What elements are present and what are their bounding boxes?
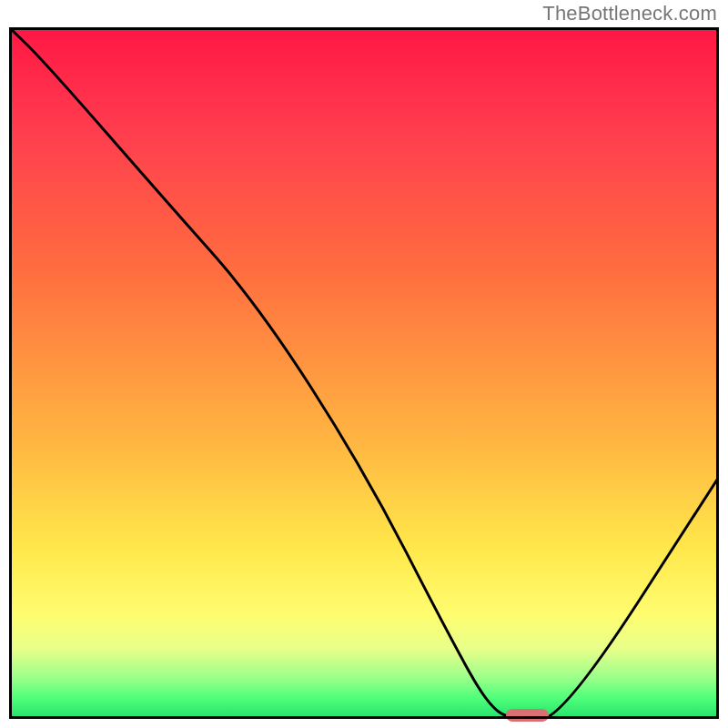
watermark-text: TheBottleneck.com	[542, 2, 717, 25]
curve-path	[9, 27, 719, 719]
chart-frame: TheBottleneck.com	[0, 0, 728, 728]
bottleneck-curve	[9, 27, 719, 719]
optimal-range-marker	[506, 709, 549, 722]
